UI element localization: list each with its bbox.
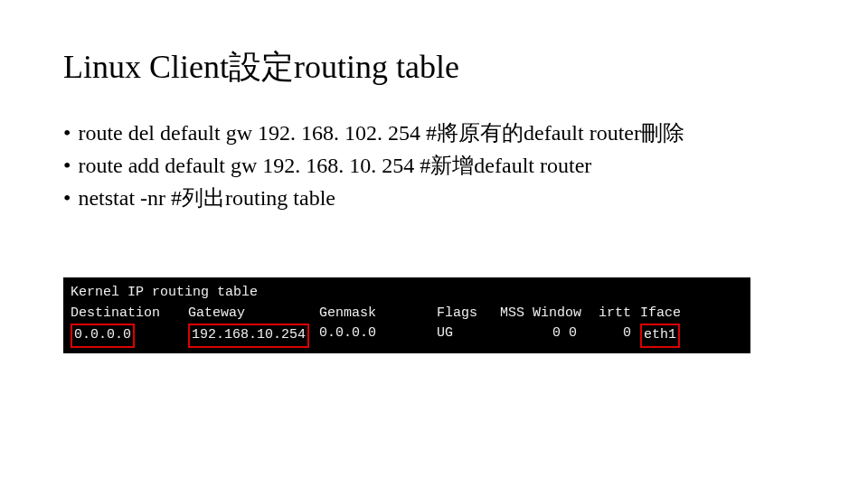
page-title: Linux Client設定routing table bbox=[63, 45, 805, 89]
bullet-text: netstat -nr #列出routing table bbox=[78, 182, 335, 214]
highlighted-value: 192.168.10.254 bbox=[188, 324, 309, 348]
highlighted-value: eth1 bbox=[640, 324, 680, 348]
cell-iface: eth1 bbox=[640, 324, 690, 348]
bullet-list: • route del default gw 192. 168. 102. 25… bbox=[63, 117, 805, 214]
terminal-caption: Kernel IP routing table bbox=[71, 283, 743, 304]
table-row: 0.0.0.0 192.168.10.254 0.0.0.0 UG 0 0 0 … bbox=[71, 324, 743, 348]
table-header-row: Destination Gateway Genmask Flags MSS Wi… bbox=[71, 304, 743, 324]
bullet-dot: • bbox=[63, 149, 71, 182]
col-header-iface: Iface bbox=[640, 304, 690, 324]
bullet-text: route del default gw 192. 168. 102. 254 … bbox=[78, 117, 684, 149]
terminal-output: Kernel IP routing table Destination Gate… bbox=[63, 277, 750, 353]
bullet-dot: • bbox=[63, 182, 71, 214]
list-item: • route add default gw 192. 168. 10. 254… bbox=[63, 149, 805, 182]
cell-mss-window: 0 0 bbox=[500, 324, 586, 348]
col-header-gateway: Gateway bbox=[188, 304, 319, 324]
bullet-dot: • bbox=[63, 117, 71, 149]
highlighted-value: 0.0.0.0 bbox=[71, 324, 135, 348]
cell-genmask: 0.0.0.0 bbox=[319, 324, 437, 348]
list-item: • route del default gw 192. 168. 102. 25… bbox=[63, 117, 805, 149]
bullet-text: route add default gw 192. 168. 10. 254 #… bbox=[78, 149, 591, 182]
col-header-flags: Flags bbox=[437, 304, 500, 324]
cell-gateway: 192.168.10.254 bbox=[188, 324, 319, 348]
cell-destination: 0.0.0.0 bbox=[71, 324, 188, 348]
col-header-genmask: Genmask bbox=[319, 304, 437, 324]
cell-irtt: 0 bbox=[586, 324, 640, 348]
cell-flags: UG bbox=[437, 324, 500, 348]
list-item: • netstat -nr #列出routing table bbox=[63, 182, 805, 214]
col-header-destination: Destination bbox=[71, 304, 188, 324]
col-header-irtt: irtt bbox=[586, 304, 640, 324]
col-header-mss-window: MSS Window bbox=[500, 304, 586, 324]
